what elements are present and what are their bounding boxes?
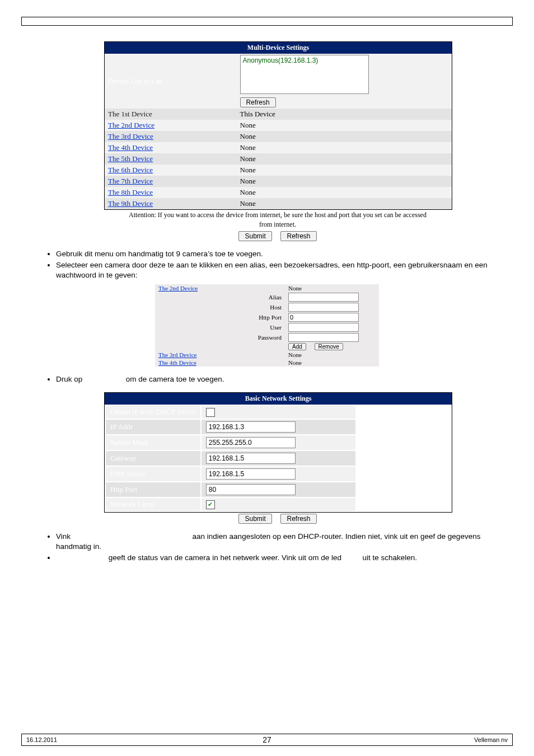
device-1-label: The 1st Device — [108, 110, 152, 118]
vink-prefix: Vink — [56, 532, 73, 541]
refresh-button[interactable]: Refresh — [240, 97, 276, 107]
dhcp-label: Obtain IP from DHCP Server — [106, 406, 200, 419]
device-9-link[interactable]: The 9th Device — [108, 199, 153, 208]
form-4th-device-link[interactable]: The 4th Device — [158, 359, 196, 366]
bullet-1: Gebruik dit menu om handmatig tot 9 came… — [56, 249, 513, 259]
top-rule-box — [21, 17, 513, 26]
user-label: User — [155, 322, 285, 332]
multi-device-header: Multi-Device Settings — [105, 42, 452, 54]
form-4th-device-value: None — [285, 359, 379, 367]
httpport2-input[interactable] — [206, 484, 296, 495]
network-refresh-button[interactable]: Refresh — [280, 514, 316, 524]
bullet-list-1: Gebruik dit menu om handmatig tot 9 came… — [21, 249, 513, 281]
user-input[interactable] — [288, 323, 359, 332]
device-7-value: None — [237, 176, 452, 187]
network-panel: Basic Network Settings Obtain IP from DH… — [104, 392, 452, 513]
network-submit-button[interactable]: Submit — [238, 514, 271, 524]
device-3-link[interactable]: The 3rd Device — [108, 132, 153, 140]
dns-label: DNS Server — [106, 467, 200, 481]
subnet-label: Subnet Mask — [106, 435, 200, 450]
lamp-bullet: geeft de status van de camera in het net… — [56, 553, 513, 563]
device-2-value: None — [237, 120, 452, 131]
alias-input[interactable] — [288, 293, 359, 302]
multi-device-panel: Multi-Device Settings Device List in Lan… — [104, 41, 452, 210]
form-2nd-device-value: None — [285, 284, 379, 292]
device-6-link[interactable]: The 6th Device — [108, 166, 153, 174]
device-list-entry[interactable]: Anonymous(192.168.1.3) — [243, 57, 318, 64]
footer-date: 16.12.2011 — [22, 734, 184, 746]
bullet-list-2: Druk op om de camera toe te voegen. — [21, 374, 513, 384]
lamp-mid: geeft de status van de camera in het net… — [109, 553, 344, 562]
device-4-link[interactable]: The 4th Device — [108, 143, 153, 152]
multi-device-buttons: Submit Refresh — [104, 231, 451, 241]
druk-prefix: Druk op — [56, 375, 85, 383]
device-9-value: None — [237, 198, 452, 209]
remove-button[interactable]: Remove — [315, 343, 343, 350]
password-input[interactable] — [288, 333, 359, 342]
form-3rd-device-link[interactable]: The 3rd Device — [158, 351, 196, 358]
device-3-value: None — [237, 131, 452, 142]
bullet-2: Selecteer een camera door deze te aan te… — [56, 260, 513, 280]
form-3rd-device-value: None — [285, 351, 379, 359]
gateway-label: Gateway — [106, 451, 200, 466]
host-label: Host — [155, 302, 285, 312]
refresh-button-2[interactable]: Refresh — [280, 231, 316, 241]
footer-page: 27 — [184, 734, 350, 746]
httpport2-label: Http Port — [106, 482, 200, 497]
device-listbox[interactable]: Anonymous(192.168.1.3) — [240, 55, 369, 94]
device-6-value: None — [237, 165, 452, 176]
subnet-input[interactable] — [206, 437, 296, 448]
device-list-label: Device List in Lan — [105, 54, 237, 109]
password-label: Password — [155, 332, 285, 342]
bullet-list-3: Vink aan indien aangesloten op een DHCP-… — [21, 532, 513, 564]
lamp-checkbox[interactable] — [206, 500, 215, 509]
attention-line1: Attention: If you want to access the dev… — [104, 211, 451, 219]
ip-input[interactable] — [206, 421, 296, 433]
device-1-value: This Device — [237, 109, 452, 120]
device-7-link[interactable]: The 7th Device — [108, 177, 153, 185]
add-button[interactable]: Add — [288, 343, 306, 350]
device-2-link[interactable]: The 2nd Device — [108, 121, 154, 129]
gateway-input[interactable] — [206, 453, 296, 464]
lamp-suffix: uit te schakelen. — [363, 553, 418, 562]
alias-label: Alias — [155, 292, 285, 302]
druk-op-bullet: Druk op om de camera toe te voegen. — [56, 374, 513, 384]
attention-line2: from internet. — [104, 220, 451, 229]
device-8-link[interactable]: The 8th Device — [108, 188, 153, 196]
host-input[interactable] — [288, 303, 359, 312]
vink-bullet: Vink aan indien aangesloten op een DHCP-… — [56, 532, 513, 552]
device-5-value: None — [237, 153, 452, 165]
network-buttons: Submit Refresh — [104, 514, 451, 524]
device-8-value: None — [237, 187, 452, 198]
lamp-label: Network Lamp — [106, 498, 200, 511]
device-4-value: None — [237, 142, 452, 153]
dhcp-checkbox[interactable] — [206, 408, 215, 417]
multi-device-table: Device List in Lan Anonymous(192.168.1.3… — [105, 54, 452, 209]
footer-brand: Velleman nv — [350, 734, 512, 746]
httpport-label: Http Port — [155, 312, 285, 322]
druk-suffix: om de camera toe te voegen. — [126, 375, 224, 383]
httpport-input[interactable] — [288, 313, 359, 322]
document-page: Multi-Device Settings Device List in Lan… — [0, 0, 534, 756]
dns-input[interactable] — [206, 468, 296, 480]
form-2nd-device-link[interactable]: The 2nd Device — [158, 285, 198, 292]
network-header: Basic Network Settings — [105, 393, 452, 405]
submit-button[interactable]: Submit — [238, 231, 271, 241]
vink-suffix: aan indien aangesloten op een DHCP-route… — [56, 532, 480, 551]
ip-label: IP Addr — [106, 420, 200, 434]
device-form-panel: The 2nd DeviceNone Alias Host Http Port … — [155, 284, 379, 367]
page-footer: 16.12.2011 27 Velleman nv — [21, 734, 513, 746]
device-5-link[interactable]: The 5th Device — [108, 154, 153, 163]
device-list-cell: Anonymous(192.168.1.3) Refresh — [237, 54, 452, 109]
